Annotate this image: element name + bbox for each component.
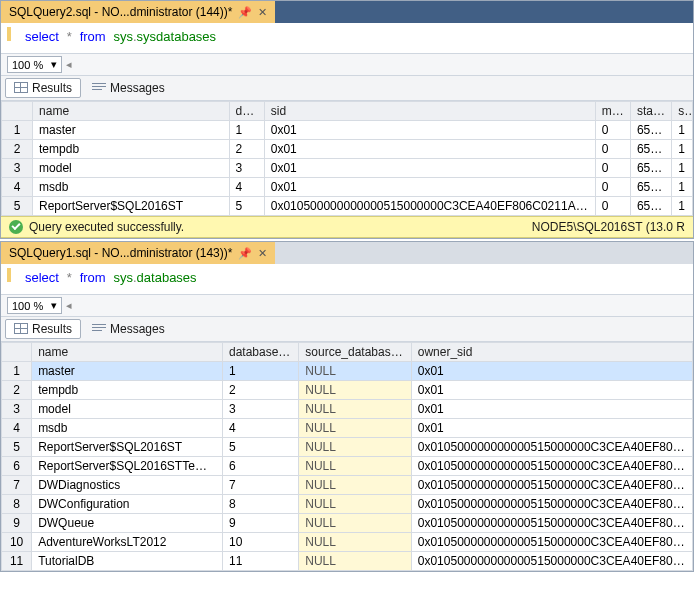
sql-code[interactable]: select * from sys.databases [19,268,203,288]
table-row[interactable]: 5ReportServer$SQL2016ST5NULL0x0105000000… [2,438,693,457]
col-name[interactable]: name [33,102,230,121]
file-tab-sqlquery1[interactable]: SQLQuery1.sql - NO...dministrator (143))… [1,242,275,264]
table-row[interactable]: 8DWConfiguration8NULL0x01050000000000051… [2,495,693,514]
cell-owner-sid[interactable]: 0x01 [411,381,692,400]
cell-status[interactable]: 65536 [630,197,671,216]
cell-status[interactable]: 65544 [630,121,671,140]
cell-name[interactable]: DWDiagnostics [32,476,223,495]
col-mode[interactable]: mode [595,102,630,121]
results-grid[interactable]: name dbid sid mode status st 1master10x0… [1,101,693,216]
cell-source-database-id[interactable]: NULL [299,533,411,552]
cell-database-id[interactable]: 9 [222,514,298,533]
cell-name[interactable]: model [32,400,223,419]
cell-source-database-id[interactable]: NULL [299,438,411,457]
pin-icon[interactable]: 📌 [238,247,252,260]
cell-source-database-id[interactable]: NULL [299,514,411,533]
cell-name[interactable]: ReportServer$SQL2016ST [33,197,230,216]
cell-owner-sid[interactable]: 0x01 [411,362,692,381]
cell-status[interactable]: 65544 [630,140,671,159]
table-row[interactable]: 6ReportServer$SQL2016STTempDB6NULL0x0105… [2,457,693,476]
messages-tab[interactable]: Messages [83,319,174,339]
cell-database-id[interactable]: 3 [222,400,298,419]
cell-name[interactable]: master [33,121,230,140]
table-row[interactable]: 11TutorialDB11NULL0x01050000000000051500… [2,552,693,571]
cell-source-database-id[interactable]: NULL [299,400,411,419]
close-icon[interactable]: ✕ [258,247,267,260]
table-row[interactable]: 3model30x010655361 [2,159,693,178]
table-row[interactable]: 7DWDiagnostics7NULL0x0105000000000005150… [2,476,693,495]
cell-status[interactable]: 65536 [630,159,671,178]
chevron-left-icon[interactable]: ◂ [66,58,72,71]
cell-st2[interactable]: 1 [672,197,693,216]
cell-sid[interactable]: 0x01 [264,159,595,178]
cell-database-id[interactable]: 6 [222,457,298,476]
cell-source-database-id[interactable]: NULL [299,495,411,514]
sql-editor[interactable]: select * from sys.sysdatabases [1,23,693,54]
col-sid[interactable]: sid [264,102,595,121]
cell-name[interactable]: DWConfiguration [32,495,223,514]
cell-name[interactable]: msdb [33,178,230,197]
table-row[interactable]: 2tempdb20x010655441 [2,140,693,159]
pin-icon[interactable]: 📌 [238,6,252,19]
cell-dbid[interactable]: 5 [229,197,264,216]
cell-sid[interactable]: 0x01 [264,140,595,159]
table-row[interactable]: 4msdb40x010655441 [2,178,693,197]
cell-mode[interactable]: 0 [595,178,630,197]
cell-source-database-id[interactable]: NULL [299,362,411,381]
cell-st2[interactable]: 1 [672,140,693,159]
results-grid[interactable]: name database_id source_database_id owne… [1,342,693,571]
cell-name[interactable]: ReportServer$SQL2016STTempDB [32,457,223,476]
messages-tab[interactable]: Messages [83,78,174,98]
cell-mode[interactable]: 0 [595,197,630,216]
cell-source-database-id[interactable]: NULL [299,419,411,438]
cell-database-id[interactable]: 10 [222,533,298,552]
cell-mode[interactable]: 0 [595,121,630,140]
table-row[interactable]: 2tempdb2NULL0x01 [2,381,693,400]
cell-dbid[interactable]: 4 [229,178,264,197]
cell-database-id[interactable]: 5 [222,438,298,457]
table-row[interactable]: 10AdventureWorksLT201210NULL0x0105000000… [2,533,693,552]
table-row[interactable]: 1master1NULL0x01 [2,362,693,381]
col-database-id[interactable]: database_id [222,343,298,362]
cell-status[interactable]: 65544 [630,178,671,197]
table-row[interactable]: 4msdb4NULL0x01 [2,419,693,438]
cell-name[interactable]: master [32,362,223,381]
cell-st2[interactable]: 1 [672,121,693,140]
cell-source-database-id[interactable]: NULL [299,381,411,400]
file-tab-sqlquery2[interactable]: SQLQuery2.sql - NO...dministrator (144))… [1,1,275,23]
zoom-combo[interactable]: 100 % ▾ [7,297,62,314]
cell-name[interactable]: ReportServer$SQL2016ST [32,438,223,457]
cell-dbid[interactable]: 3 [229,159,264,178]
cell-mode[interactable]: 0 [595,140,630,159]
table-row[interactable]: 3model3NULL0x01 [2,400,693,419]
cell-database-id[interactable]: 2 [222,381,298,400]
cell-owner-sid[interactable]: 0x010500000000000515000000C3CEA40EF806C0… [411,495,692,514]
cell-name[interactable]: DWQueue [32,514,223,533]
cell-owner-sid[interactable]: 0x010500000000000515000000C3CEA40EF806C0… [411,457,692,476]
sql-editor[interactable]: select * from sys.databases [1,264,693,295]
cell-mode[interactable]: 0 [595,159,630,178]
cell-name[interactable]: tempdb [32,381,223,400]
cell-name[interactable]: model [33,159,230,178]
col-dbid[interactable]: dbid [229,102,264,121]
cell-st2[interactable]: 1 [672,159,693,178]
cell-owner-sid[interactable]: 0x010500000000000515000000C3CEA40EF806C0… [411,476,692,495]
cell-name[interactable]: TutorialDB [32,552,223,571]
cell-dbid[interactable]: 1 [229,121,264,140]
cell-database-id[interactable]: 11 [222,552,298,571]
cell-database-id[interactable]: 4 [222,419,298,438]
cell-owner-sid[interactable]: 0x010500000000000515000000C3CEA40EF806C0… [411,514,692,533]
results-tab[interactable]: Results [5,78,81,98]
cell-owner-sid[interactable]: 0x010500000000000515000000C3CEA40EF806C0… [411,552,692,571]
cell-dbid[interactable]: 2 [229,140,264,159]
cell-name[interactable]: msdb [32,419,223,438]
cell-sid[interactable]: 0x01 [264,121,595,140]
col-status[interactable]: status [630,102,671,121]
results-tab[interactable]: Results [5,319,81,339]
cell-owner-sid[interactable]: 0x010500000000000515000000C3CEA40EF806C0… [411,533,692,552]
cell-st2[interactable]: 1 [672,178,693,197]
close-icon[interactable]: ✕ [258,6,267,19]
cell-database-id[interactable]: 1 [222,362,298,381]
cell-owner-sid[interactable]: 0x010500000000000515000000C3CEA40EF806C0… [411,438,692,457]
table-row[interactable]: 1master10x010655441 [2,121,693,140]
